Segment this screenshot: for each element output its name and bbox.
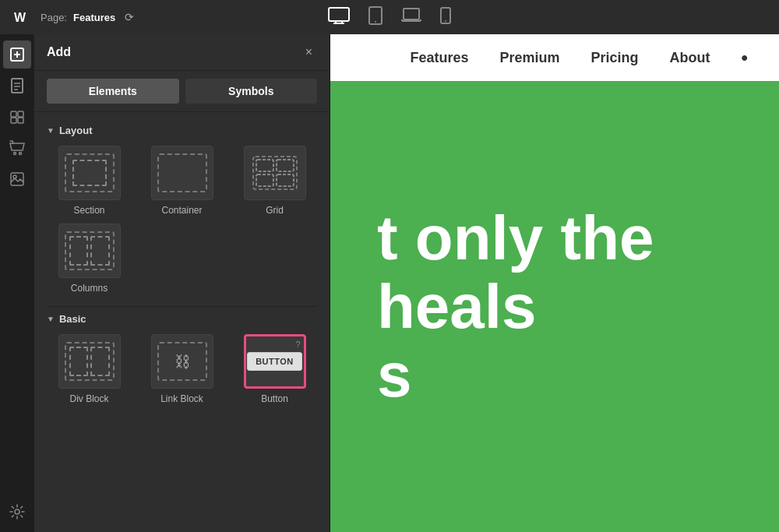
grid-element[interactable]: Grid bbox=[232, 146, 317, 216]
layout-elements-grid: Section Container bbox=[47, 146, 317, 294]
grid-icon-box bbox=[244, 146, 306, 200]
svg-rect-23 bbox=[18, 118, 23, 123]
svg-rect-7 bbox=[404, 9, 419, 19]
svg-rect-21 bbox=[18, 111, 23, 117]
columns-element[interactable]: Columns bbox=[47, 224, 132, 294]
website-preview: Features Premium Pricing About • t only … bbox=[330, 34, 779, 532]
svg-rect-26 bbox=[11, 173, 23, 185]
nav-bar: Features Premium Pricing About • bbox=[330, 34, 779, 81]
col-part-2 bbox=[90, 236, 110, 266]
button-icon-box: ? BUTTON bbox=[244, 334, 306, 389]
tab-symbols[interactable]: Symbols bbox=[185, 79, 318, 104]
webflow-logo[interactable]: W bbox=[12, 6, 34, 28]
layers-button[interactable] bbox=[3, 103, 31, 131]
tab-bar: Elements Symbols bbox=[34, 71, 330, 112]
svg-point-27 bbox=[13, 175, 16, 178]
tab-elements[interactable]: Elements bbox=[47, 79, 179, 104]
basic-arrow-icon: ▼ bbox=[47, 315, 55, 323]
section-icon-box bbox=[58, 146, 121, 200]
panel-close-button[interactable]: × bbox=[301, 44, 317, 61]
button-element[interactable]: ? BUTTON Button bbox=[232, 334, 317, 404]
link-block-icon: ⛓ bbox=[157, 342, 207, 381]
panel-title: Add bbox=[47, 45, 71, 59]
svg-rect-33 bbox=[277, 174, 294, 186]
link-block-element[interactable]: ⛓ Link Block bbox=[139, 334, 224, 404]
section-inner-icon bbox=[72, 160, 107, 186]
device-switcher bbox=[325, 3, 454, 32]
hero-line1: t only the bbox=[377, 204, 732, 273]
mobile-icon[interactable] bbox=[437, 4, 454, 31]
svg-rect-1 bbox=[329, 8, 349, 21]
chain-icon: ⛓ bbox=[174, 353, 190, 371]
panel-content: ▼ Layout Section bbox=[34, 112, 330, 532]
svg-point-12 bbox=[445, 20, 446, 22]
add-panel-button[interactable] bbox=[3, 41, 31, 69]
page-name[interactable]: Features bbox=[73, 12, 115, 23]
nav-premium[interactable]: Premium bbox=[500, 50, 560, 66]
nav-dot: • bbox=[742, 47, 748, 69]
canvas-area: Features Premium Pricing About • t only … bbox=[330, 34, 779, 532]
sidebar-icons bbox=[0, 34, 34, 532]
main-layout: Add × Elements Symbols ▼ Layout bbox=[0, 34, 779, 532]
question-badge: ? bbox=[295, 340, 300, 349]
section-label: Section bbox=[73, 205, 104, 216]
container-icon-box bbox=[151, 146, 213, 200]
tablet-icon[interactable] bbox=[365, 3, 386, 32]
svg-rect-31 bbox=[277, 160, 294, 171]
section-icon bbox=[65, 153, 115, 192]
svg-point-6 bbox=[375, 21, 376, 23]
layout-arrow-icon: ▼ bbox=[47, 126, 55, 135]
assets-button[interactable] bbox=[3, 165, 31, 193]
svg-point-25 bbox=[19, 153, 22, 155]
page-label: Page: bbox=[41, 12, 67, 23]
div-block-element[interactable]: Div Block bbox=[47, 334, 132, 404]
settings-button[interactable] bbox=[3, 498, 31, 526]
div-col-2 bbox=[90, 347, 110, 376]
link-block-icon-box: ⛓ bbox=[151, 334, 213, 389]
add-panel: Add × Elements Symbols ▼ Layout bbox=[34, 34, 330, 532]
laptop-icon[interactable] bbox=[398, 4, 425, 31]
hero-line3: s bbox=[377, 341, 732, 410]
div-col-1 bbox=[69, 347, 89, 376]
top-bar: W Page: Features ⟳ bbox=[0, 0, 779, 34]
container-icon bbox=[157, 153, 207, 192]
col-part-1 bbox=[69, 236, 89, 266]
hero-content: t only the heals s bbox=[330, 81, 779, 532]
basic-section-title: Basic bbox=[59, 313, 86, 325]
svg-point-24 bbox=[14, 153, 16, 155]
basic-section-header: ▼ Basic bbox=[47, 313, 317, 325]
grid-icon bbox=[250, 153, 300, 192]
svg-rect-32 bbox=[256, 174, 273, 186]
basic-elements-grid: Div Block ⛓ Link Block ? BUTTON bbox=[47, 334, 317, 404]
svg-rect-29 bbox=[253, 157, 297, 189]
store-button[interactable] bbox=[3, 134, 31, 162]
svg-text:W: W bbox=[14, 11, 26, 24]
top-bar-left: W Page: Features ⟳ bbox=[12, 6, 134, 28]
nav-about[interactable]: About bbox=[670, 50, 710, 66]
link-block-label: Link Block bbox=[160, 393, 203, 404]
button-label: Button bbox=[261, 393, 288, 404]
columns-label: Columns bbox=[71, 283, 108, 294]
nav-features[interactable]: Features bbox=[411, 50, 469, 66]
container-element[interactable]: Container bbox=[139, 146, 224, 216]
layout-section-header: ▼ Layout bbox=[47, 125, 317, 136]
svg-rect-20 bbox=[11, 111, 16, 117]
button-preview: BUTTON bbox=[247, 352, 302, 371]
hero-line2: heals bbox=[377, 273, 732, 341]
columns-icon bbox=[65, 231, 115, 270]
svg-rect-30 bbox=[256, 160, 273, 171]
container-label: Container bbox=[161, 205, 202, 216]
pages-button[interactable] bbox=[3, 72, 31, 100]
history-icon[interactable]: ⟳ bbox=[125, 11, 134, 23]
div-block-icon bbox=[65, 342, 115, 381]
nav-pricing[interactable]: Pricing bbox=[591, 50, 639, 66]
svg-point-28 bbox=[15, 509, 19, 514]
svg-rect-22 bbox=[11, 118, 16, 123]
section-element[interactable]: Section bbox=[47, 146, 132, 216]
columns-icon-box bbox=[58, 224, 121, 278]
panel-header: Add × bbox=[34, 34, 330, 71]
div-block-label: Div Block bbox=[69, 393, 108, 404]
svg-rect-16 bbox=[12, 79, 23, 93]
section-divider bbox=[47, 306, 317, 307]
desktop-icon[interactable] bbox=[325, 4, 353, 31]
